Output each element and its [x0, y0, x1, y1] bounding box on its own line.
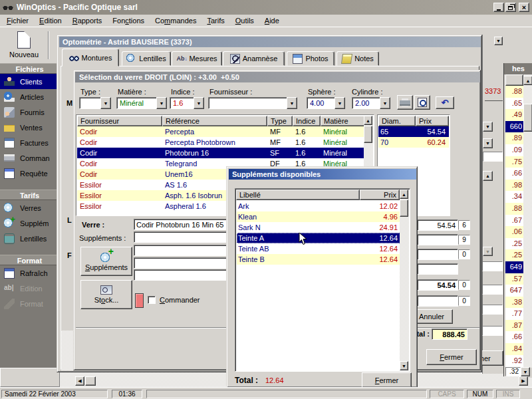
column-header-diam[interactable]: Diam. — [378, 116, 416, 126]
matiere-combo[interactable]: Minéral▼ — [116, 97, 167, 109]
column-header-prix[interactable]: Prix — [360, 190, 400, 200]
sidebar-item-comman[interactable]: Comman — [0, 150, 59, 166]
sidebar-item-edition[interactable]: Edition — [0, 281, 59, 296]
sidebar-item-articles[interactable]: Articles — [0, 89, 59, 104]
menu-rapports[interactable]: Rapports — [67, 15, 108, 26]
field-fragment[interactable] — [482, 261, 503, 271]
field-fragment[interactable] — [483, 152, 503, 162]
sidebar-item-fournis[interactable]: Fournis — [0, 104, 59, 120]
print-button[interactable] — [397, 95, 413, 110]
scroll-right-icon[interactable]: ▶ — [519, 376, 528, 386]
scrollbar-thumb[interactable] — [523, 104, 532, 132]
column-header-rfrence[interactable]: Référence — [162, 116, 267, 126]
toolbar-dropdown-icon[interactable]: ▼ — [494, 37, 503, 45]
diam-row[interactable]: 7060.24 — [378, 137, 449, 148]
column-header-prix[interactable]: Prix — [416, 116, 449, 126]
menu-fonctions[interactable]: Fonctions — [107, 15, 150, 26]
scroll-up-icon[interactable]: ▲ — [523, 76, 532, 85]
scrollbar-thumb[interactable] — [364, 126, 372, 143]
close-button[interactable]: × — [519, 3, 529, 12]
dropdown-icon[interactable]: ▼ — [483, 122, 493, 132]
tab-photos[interactable]: Photos — [287, 51, 334, 66]
supplements-fermer-button[interactable]: Fermer — [362, 372, 412, 388]
table-row[interactable]: CodirPhotobrun 16SF1.6Minéral — [77, 148, 365, 158]
menu-aide[interactable]: Aide — [259, 15, 285, 26]
background-column-header[interactable] — [505, 74, 523, 86]
hscrollbar-thumb[interactable] — [85, 376, 96, 386]
supplement-row[interactable]: Klean4.96 — [237, 211, 400, 222]
tab-notes[interactable]: Notes — [336, 51, 379, 66]
supplement-field-3[interactable] — [134, 257, 232, 269]
supplement-row[interactable]: Teinte B12.64 — [237, 254, 400, 265]
scroll-up-icon[interactable]: ▲ — [364, 116, 372, 125]
table-row[interactable]: CodirPerceptaMF1.6Minéral — [77, 126, 365, 137]
background-combo-dropdown-icon[interactable]: ▼ — [521, 367, 530, 376]
cylindre-combo[interactable]: 2.00▼ — [352, 97, 390, 109]
selection-fermer-button[interactable]: Fermer — [426, 349, 477, 365]
menu-tarifs[interactable]: Tarifs — [201, 15, 229, 26]
tab-anamnse[interactable]: Anamnèse — [223, 51, 285, 66]
tab-lentilles[interactable]: Lentilles — [122, 51, 171, 66]
scroll-down-icon[interactable]: ▼ — [400, 361, 408, 370]
selection-dialog-titlebar[interactable]: Sélection du verre DROIT (LOIN) : +3.00 … — [75, 72, 480, 82]
table-row[interactable]: CodirPercepta PhotobrownMF1.6Minéral — [77, 137, 365, 148]
supplement-field-2[interactable] — [134, 245, 232, 256]
stock-button[interactable]: Stock... — [80, 280, 132, 309]
column-header-type[interactable]: Type — [267, 116, 293, 126]
supplements-button[interactable]: Suppléments — [80, 247, 132, 276]
restore-button[interactable] — [505, 3, 516, 12]
preview-button[interactable] — [414, 95, 430, 110]
scroll-up-icon[interactable]: ▲ — [483, 171, 493, 181]
sidebar-item-ventes[interactable]: Ventes — [0, 120, 59, 135]
background-combo-value[interactable]: .32 — [505, 367, 521, 376]
column-header-matire[interactable]: Matière — [321, 116, 366, 126]
supplements-scrollbar[interactable]: ▲▼ — [400, 190, 409, 370]
supplement-row[interactable]: Ark12.02 — [237, 201, 400, 211]
diam-row[interactable]: 6554.54 — [378, 126, 449, 137]
tab-montures[interactable]: Montures — [62, 49, 119, 66]
main-titlebar[interactable]: WinOptics - Pacific Optique sarl × — [0, 0, 532, 15]
menu-fichier[interactable]: Fichier — [1, 15, 34, 26]
column-header-libelle[interactable]: Libellé — [236, 190, 360, 200]
background-scrollbar[interactable]: ▲ — [523, 74, 532, 368]
undo-button[interactable]: ↶ — [436, 96, 454, 109]
sidebar-item-format[interactable]: Format — [0, 296, 59, 311]
supplement-row[interactable]: Teinte AB12.64 — [237, 243, 400, 254]
menu-outils[interactable]: Outils — [230, 15, 259, 26]
tab-mesures[interactable]: Mesures — [172, 51, 222, 66]
supplement-field-4[interactable] — [134, 269, 232, 281]
sidebar-item-supplm[interactable]: Supplém — [0, 215, 59, 231]
scroll-up-icon[interactable]: ▲ — [400, 190, 408, 199]
fermer-button-fragment[interactable]: Fermer — [482, 350, 504, 366]
scroll-left-icon[interactable]: ◀ — [75, 376, 84, 386]
field-fragment[interactable] — [482, 326, 503, 336]
sphere-combo[interactable]: 4.00▼ — [307, 97, 345, 109]
commander-checkbox[interactable] — [148, 296, 156, 304]
column-header-fournisseur[interactable]: Fournisseur — [77, 116, 162, 126]
sidebar-item-verres[interactable]: Verres — [0, 200, 59, 215]
optometrie-titlebar[interactable]: Optométrie - Astrid BAUSIERE (3373) — [59, 37, 481, 47]
minimize-button[interactable] — [493, 3, 504, 12]
sidebar-item-factures[interactable]: Factures — [0, 135, 59, 150]
new-button[interactable]: Nouveau — [4, 29, 44, 61]
supplements-list[interactable]: LibelléPrixArk12.02Klean4.96Sark N24.91T… — [235, 188, 410, 372]
sidebar-item-requte[interactable]: Requête — [0, 166, 59, 181]
supplements-dialog-titlebar[interactable]: Suppléments disponibles — [229, 169, 416, 180]
scrollbar-thumb[interactable] — [400, 200, 408, 217]
supplement-field-1[interactable] — [134, 231, 232, 243]
indice-combo[interactable]: 1.6▼ — [170, 97, 204, 109]
column-header-indice[interactable]: Indice — [293, 116, 321, 126]
sidebar-item-rafrach[interactable]: Rafraîch — [0, 265, 59, 281]
field-fragment[interactable] — [482, 285, 503, 295]
supplement-row[interactable]: Teinte A12.64 — [237, 233, 400, 243]
sidebar-item-clients[interactable]: Clients — [0, 74, 59, 89]
menu-edition[interactable]: Edition — [34, 15, 67, 26]
fournisseur-combo[interactable]: ▼ — [208, 97, 297, 109]
supplement-row[interactable]: Sark N24.91 — [237, 222, 400, 233]
sidebar-item-lentilles[interactable]: Lentilles — [0, 231, 59, 246]
menu-commandes[interactable]: Commandes — [150, 15, 201, 26]
type-combo[interactable]: ▼ — [79, 97, 111, 109]
verre-field[interactable]: Codir Photobrun 16 Min 65 — [134, 219, 232, 230]
dropdown-icon[interactable]: ▼ — [483, 138, 493, 148]
field-fragment[interactable] — [482, 305, 503, 315]
